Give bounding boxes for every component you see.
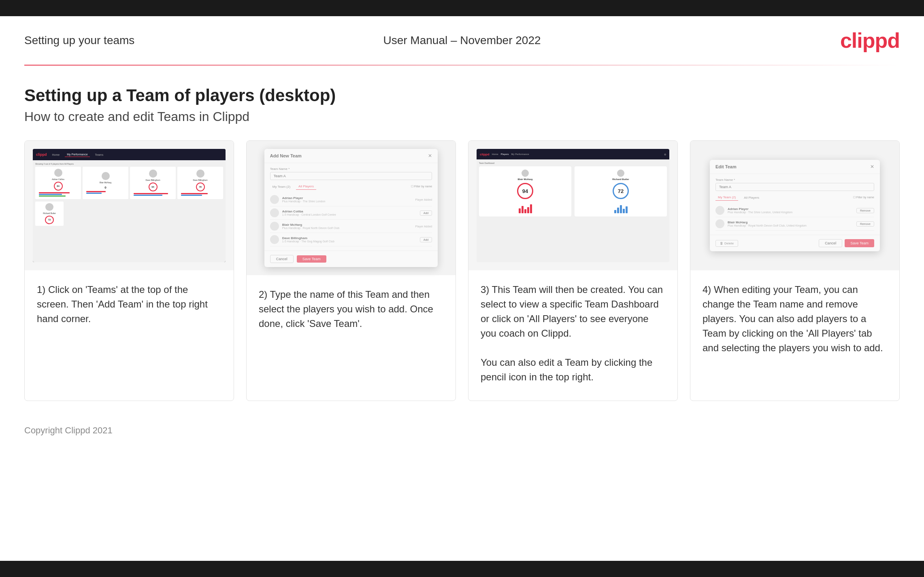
mock-player-card-4: Dave Billingham 78 [177, 167, 223, 199]
header: Setting up your teams User Manual – Nove… [0, 16, 924, 65]
mock-score-3: 94 [149, 182, 158, 191]
page-title-main: Setting up a Team of players (desktop) [24, 86, 900, 105]
mock-bars-4 [181, 193, 219, 196]
mock-bar-2b [86, 193, 102, 194]
team-bars-1 [519, 203, 532, 213]
mock-bars-3 [134, 193, 172, 196]
mock-score-1: 84 [54, 182, 63, 191]
page-title-section: Setting up a Team of players (desktop) H… [0, 66, 924, 140]
team-score-1: 94 [517, 183, 533, 199]
mock-score-4: 78 [196, 182, 205, 191]
mock-bar-3b [134, 195, 162, 196]
mock-team-card-1: Blair McHarg 94 [479, 166, 571, 216]
mock-team-card-2: Richard Butler 72 [575, 166, 667, 216]
mock-player-name-5: Richard Butler [43, 212, 56, 214]
top-bar [0, 0, 924, 16]
card-2-bg [247, 141, 456, 275]
mock-logo: clippd [36, 153, 47, 157]
mock-bar-1b [39, 194, 62, 195]
team-avatar-2 [617, 170, 624, 177]
mock-score-2: 0 [104, 186, 106, 189]
team-name-2: Richard Butler [612, 178, 629, 180]
dash-nav-performance: My Performance [511, 153, 529, 155]
mock-avatar-4 [196, 170, 204, 178]
mock-player-grid: Adrian Collins 84 Blair McHarg 0 [35, 167, 223, 199]
card-1-screenshot: clippd Home My Performance Teams Showing… [25, 141, 234, 270]
mock-player-card-2: Blair McHarg 0 [83, 167, 128, 199]
mock-bar-3a [134, 193, 168, 194]
mock-bottom-player: Richard Butler 72 [35, 202, 64, 226]
mock-bars-1 [39, 192, 77, 197]
footer: Copyright Clippd 2021 [0, 425, 924, 452]
mock-avatar-2 [102, 172, 110, 180]
mock-score-5: 72 [45, 216, 54, 224]
bar-v-1b [522, 206, 524, 213]
card-3-text-1: 3) This Team will then be created. You c… [481, 284, 663, 339]
dash-nav-actions: ⚙ [664, 153, 666, 156]
card-3: clippd Home Players My Performance ⚙ Tea… [468, 140, 678, 401]
mock-avatar-3 [149, 170, 157, 178]
logo-text: clippd [840, 29, 900, 52]
mock-dashboard: clippd Home Players My Performance ⚙ Tea… [477, 149, 669, 262]
mock-team-cards: Blair McHarg 94 [479, 166, 667, 216]
dash-nav-players: Players [501, 153, 509, 155]
bar-v-2b [617, 208, 619, 213]
card-1-text: 1) Click on 'Teams' at the top of the sc… [25, 270, 234, 401]
mock-bars-2 [86, 191, 125, 194]
team-bars-2 [614, 203, 628, 213]
mock-player-name-4: Dave Billingham [193, 179, 207, 181]
bottom-bar [0, 561, 924, 577]
card-1: clippd Home My Performance Teams Showing… [24, 140, 234, 401]
header-center-text: User Manual – November 2022 [383, 34, 541, 47]
bar-v-2c [620, 205, 622, 213]
bar-v-2d [623, 209, 625, 213]
card-2-screenshot: Add New Team ✕ Team Name * Team A My Tea… [247, 141, 456, 275]
mock-avatar-5 [45, 203, 53, 211]
logo: clippd [840, 28, 900, 53]
mock-content-1: Showing 4 out of 4 players from All Play… [33, 160, 226, 262]
mock-player-card-3: Dave Billingham 94 [130, 167, 176, 199]
mock-bar-1c [39, 195, 66, 197]
copyright-text: Copyright Clippd 2021 [24, 425, 113, 435]
card-4-bg [690, 141, 899, 270]
card-3-text: 3) This Team will then be created. You c… [468, 270, 677, 401]
dash-subtitle: Team Dashboard [479, 162, 667, 164]
mock-bar-1a [39, 192, 70, 193]
team-score-2: 72 [613, 183, 629, 199]
card-4-text: 4) When editing your Team, you can chang… [690, 270, 899, 401]
mock-bottom-row: Richard Butler 72 [35, 202, 223, 226]
bar-v-1d [527, 207, 529, 213]
dash-logo: clippd [480, 153, 490, 156]
cards-container: clippd Home My Performance Teams Showing… [0, 140, 924, 425]
mock-player-name-2: Blair McHarg [100, 181, 111, 184]
mock-content-label: Showing 4 out of 4 players from All Play… [35, 163, 223, 165]
mock-dash-nav: clippd Home Players My Performance ⚙ [477, 149, 669, 159]
mock-bar-4b [181, 195, 202, 196]
card-2: Add New Team ✕ Team Name * Team A My Tea… [246, 140, 456, 401]
page-title-sub: How to create and edit Teams in Clippd [24, 109, 900, 124]
mock-player-name-3: Dave Billingham [145, 179, 160, 181]
mock-avatar-1 [54, 169, 62, 177]
mock-bar-4a [181, 193, 208, 194]
card-4: Edit Team ✕ Team Name * Team A My Team (… [690, 140, 900, 401]
mock-nav-1: clippd Home My Performance Teams [33, 149, 226, 160]
mock-nav-players: Teams [93, 153, 106, 157]
mock-bar-2a [86, 191, 105, 192]
bar-v-1e [530, 204, 532, 213]
card-3-screenshot: clippd Home Players My Performance ⚙ Tea… [468, 141, 677, 270]
team-avatar-1 [522, 170, 529, 177]
dash-nav-home: Home [492, 153, 498, 155]
bar-v-2e [626, 206, 628, 213]
mock-player-name-1: Adrian Collins [52, 178, 64, 180]
bar-v-1c [524, 209, 526, 213]
mock-player-card-1: Adrian Collins 84 [35, 167, 81, 199]
mock-dash-content: Team Dashboard Blair McHarg 94 [477, 159, 669, 219]
card-3-text-2: You can also edit a Team by clicking the… [481, 357, 652, 382]
mock-app-1: clippd Home My Performance Teams Showing… [33, 149, 226, 262]
mock-nav-home: Home [50, 153, 62, 157]
bar-v-2a [614, 210, 616, 213]
card-2-text: 2) Type the name of this Team and then s… [247, 275, 456, 401]
mock-nav-teams: My Performance [65, 152, 89, 157]
bar-v-1a [519, 208, 521, 213]
card-4-screenshot: Edit Team ✕ Team Name * Team A My Team (… [690, 141, 899, 270]
